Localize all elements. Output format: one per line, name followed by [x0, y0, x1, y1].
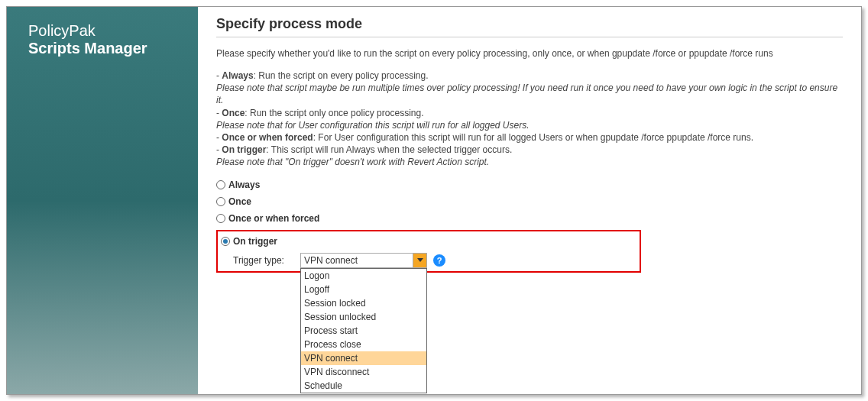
dropdown-item[interactable]: Session unlocked — [301, 310, 426, 324]
radio-option-always[interactable]: Always — [216, 179, 843, 190]
separator — [216, 37, 843, 37]
dropdown-item[interactable]: Logon — [301, 269, 426, 283]
radio-icon — [216, 197, 225, 206]
trigger-type-label: Trigger type: — [233, 253, 300, 266]
radio-label-forced: Once or when forced — [228, 213, 319, 224]
chevron-down-icon — [417, 258, 423, 262]
trigger-dropdown-field[interactable]: VPN connect — [300, 253, 413, 268]
dropdown-item[interactable]: Schedule — [301, 379, 426, 393]
trigger-dropdown[interactable]: VPN connect ? — [300, 253, 445, 268]
dropdown-item[interactable]: Logoff — [301, 283, 426, 296]
trigger-dropdown-wrap: VPN connect ? LogonLogoffSession lockedS… — [300, 253, 445, 268]
radio-label-once: Once — [228, 196, 251, 207]
trigger-dropdown-list: LogonLogoffSession lockedSession unlocke… — [300, 268, 427, 393]
product-name-line1: PolicyPak — [28, 22, 198, 39]
radio-option-trigger[interactable]: On trigger — [221, 236, 632, 247]
dropdown-item[interactable]: Process close — [301, 338, 426, 351]
desc-once-tail: : Run the script only once policy proces… — [245, 108, 423, 118]
radio-icon — [216, 180, 225, 189]
radio-label-trigger: On trigger — [233, 236, 277, 247]
desc-once-note: Please note that for User configuration … — [216, 120, 530, 131]
radio-group: Always Once Once or when forced On trigg… — [216, 179, 843, 273]
dropdown-item[interactable]: Session locked — [301, 296, 426, 310]
description-block: - Always: Run the script on every policy… — [216, 70, 843, 169]
desc-trigger-b: On trigger — [222, 144, 266, 155]
help-icon[interactable]: ? — [433, 254, 445, 267]
dropdown-item[interactable]: VPN connect — [301, 351, 426, 365]
highlight-box: On trigger Trigger type: VPN connect ? L… — [216, 230, 641, 273]
dropdown-item[interactable]: VPN disconnect — [301, 365, 426, 379]
desc-trigger-tail: : This script will run Always when the s… — [266, 144, 512, 155]
intro-text: Please specify whether you'd like to run… — [216, 48, 843, 59]
radio-icon — [216, 214, 225, 223]
desc-forced-b: Once or when forced — [222, 132, 313, 143]
sidebar: PolicyPak Scripts Manager — [7, 7, 198, 394]
dropdown-item[interactable]: Process start — [301, 324, 426, 338]
desc-trigger-note: Please note that "On trigger" doesn't wo… — [216, 157, 489, 167]
dialog-window: PolicyPak Scripts Manager Specify proces… — [6, 6, 862, 395]
main-content: Specify process mode Please specify whet… — [198, 7, 861, 394]
product-name-line2: Scripts Manager — [28, 39, 198, 57]
desc-once-b: Once — [222, 108, 245, 118]
desc-always-b: Always — [222, 70, 253, 81]
page-title: Specify process mode — [216, 16, 843, 32]
trigger-row: Trigger type: VPN connect ? LogonLogoffS… — [233, 253, 632, 268]
radio-icon-selected — [221, 237, 230, 246]
desc-always-note: Please note that script maybe be run mul… — [216, 82, 837, 105]
desc-always-tail: : Run the script on every policy process… — [254, 70, 429, 81]
trigger-dropdown-button[interactable] — [413, 253, 427, 268]
desc-forced-tail: : For User configuration this script wil… — [313, 132, 753, 143]
radio-option-forced[interactable]: Once or when forced — [216, 213, 843, 224]
radio-label-always: Always — [228, 179, 260, 190]
radio-option-once[interactable]: Once — [216, 196, 843, 207]
